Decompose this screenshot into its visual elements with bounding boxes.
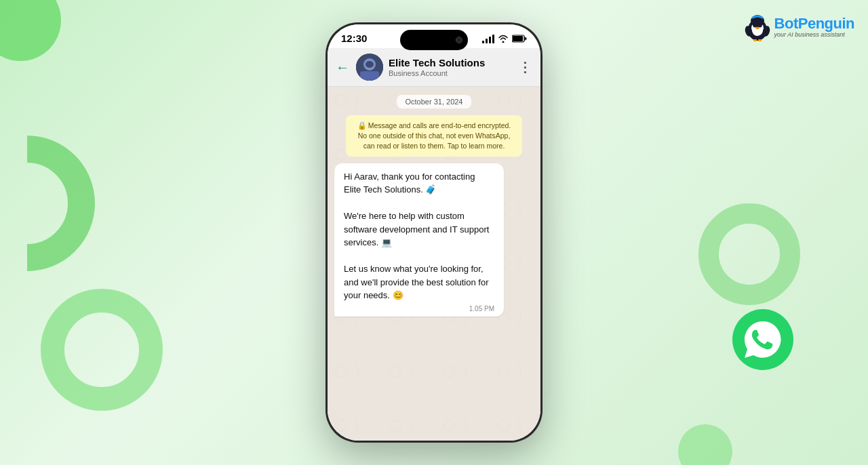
botpenguin-text: BotPenguin your AI business assistant (774, 16, 854, 39)
svg-rect-10 (753, 39, 757, 41)
status-time: 12:30 (341, 33, 367, 44)
wifi-icon (498, 35, 509, 43)
contact-name: Elite Tech Solutions (389, 57, 513, 69)
botpenguin-bird-icon (745, 12, 770, 42)
message-time: 1.05 PM (344, 305, 494, 312)
svg-rect-19 (360, 71, 379, 81)
svg-rect-15 (526, 37, 527, 39)
status-bar: 12:30 (328, 24, 540, 48)
botpenguin-tagline: your AI business assistant (774, 32, 854, 39)
botpenguin-name: BotPenguin (774, 16, 854, 32)
deco-arc-right (698, 203, 800, 305)
signal-icon (482, 34, 494, 43)
battery-icon (512, 35, 527, 43)
message-bubble: Hi Aarav, thank you for contacting Elite… (334, 163, 504, 317)
chat-body: October 31, 2024 🔒Message and calls are … (328, 87, 540, 441)
date-badge: October 31, 2024 (397, 95, 471, 108)
camera-dot (456, 37, 462, 43)
svg-rect-11 (758, 39, 762, 41)
svg-rect-14 (513, 36, 523, 41)
deco-wave-bottom (41, 289, 163, 411)
avatar-image (356, 54, 383, 81)
back-button[interactable]: ← (336, 60, 349, 75)
botpenguin-logo: BotPenguin your AI business assistant (745, 12, 854, 42)
phone-frame: 12:30 (326, 22, 542, 443)
contact-info: Elite Tech Solutions Business Account (389, 57, 513, 77)
encryption-notice[interactable]: 🔒Message and calls are end-to-end encryp… (346, 115, 522, 157)
status-icons (482, 34, 527, 43)
svg-point-18 (366, 61, 374, 68)
chat-header: ← Elite Tech Solutions Business Account … (328, 48, 540, 87)
message-text: Hi Aarav, thank you for contacting Elite… (344, 170, 494, 302)
lock-icon: 🔒 (357, 121, 367, 129)
whatsapp-icon (732, 309, 793, 370)
contact-status: Business Account (389, 69, 513, 77)
encryption-text: Message and calls are end-to-end encrypt… (358, 121, 511, 150)
menu-button[interactable]: ⋮ (518, 59, 532, 75)
dynamic-island (400, 30, 468, 50)
avatar (356, 54, 383, 81)
phone-inner: 12:30 (328, 24, 540, 441)
